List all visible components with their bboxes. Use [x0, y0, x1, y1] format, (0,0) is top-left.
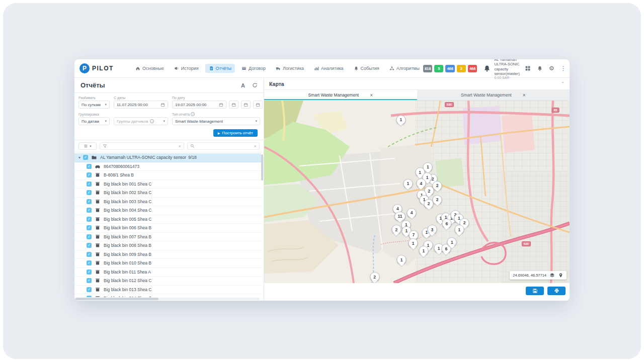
tab-smart-waste-2[interactable]: Smart Waste Management × — [417, 90, 570, 100]
apps-grid-icon[interactable] — [525, 65, 531, 71]
preset-day-button[interactable] — [229, 101, 238, 109]
tree-row[interactable]: ✓ Big black bin 003 Shea C — [74, 198, 261, 207]
cluster-marker[interactable]: 1 — [423, 162, 433, 172]
sensor-groups-select[interactable]: Группы датчиков i ▾ — [114, 117, 168, 125]
grouping-select[interactable]: По датам▾ — [78, 117, 110, 125]
refresh-icon[interactable] — [252, 82, 258, 88]
cluster-marker[interactable]: 1 — [397, 255, 407, 264]
tree-group-row[interactable]: ▼ ✓ AL Yamamah ULTRA-SONIC capacity sens… — [74, 153, 261, 162]
vertical-scrollbar[interactable] — [261, 154, 263, 180]
cluster-marker[interactable]: 2 — [433, 181, 442, 191]
tree-row[interactable]: ✓ Big black bin 004 Shea C — [74, 206, 261, 215]
tab-smart-waste-1[interactable]: Smart Waste Management × — [264, 90, 417, 100]
status-badge[interactable]: 466 — [445, 65, 455, 72]
nav-item-analytics[interactable]: Аналитика — [310, 64, 347, 73]
row-checkbox[interactable]: ✓ — [87, 190, 92, 195]
collapse-panel-icon[interactable]: ⌃ — [561, 81, 565, 86]
cluster-marker[interactable]: 11 — [394, 212, 406, 221]
tree-row[interactable]: ✓ Big black bin 007 Shea B — [74, 233, 261, 242]
chevron-down-icon[interactable]: ▼ — [76, 156, 83, 159]
tree-row[interactable]: ✓ B-808/1 Shea B — [74, 171, 261, 180]
split-select[interactable]: По суткам▾ — [78, 101, 110, 109]
cluster-marker[interactable]: 2 — [391, 225, 401, 234]
group-checkbox[interactable]: ✓ — [83, 155, 88, 160]
cluster-marker[interactable]: 1 — [403, 179, 413, 189]
tree-row[interactable]: ✓ Big black bin 014 Shea C — [74, 294, 261, 297]
row-checkbox[interactable]: ✓ — [87, 182, 92, 187]
row-checkbox[interactable]: ✓ — [87, 164, 92, 169]
row-checkbox[interactable]: ✓ — [87, 278, 92, 283]
cluster-marker[interactable]: 1 — [447, 237, 457, 247]
row-checkbox[interactable]: ✓ — [87, 225, 92, 230]
row-checkbox[interactable]: ✓ — [87, 287, 92, 292]
tree-row[interactable]: ✓ Big black bin 012 Shea C — [74, 277, 261, 286]
close-tab-icon[interactable]: × — [370, 93, 373, 98]
to-date-input[interactable]: 19.07.2025 00:00 — [172, 101, 226, 109]
cluster-marker[interactable]: 2 — [424, 199, 434, 209]
row-checkbox[interactable]: ✓ — [87, 199, 92, 204]
cluster-marker[interactable]: 1 — [396, 115, 406, 125]
cluster-marker[interactable]: 1 — [454, 225, 464, 234]
search-input[interactable]: × — [187, 142, 260, 150]
cluster-marker[interactable]: 4 — [416, 178, 426, 188]
settings-gear-icon[interactable]: ⚙ — [549, 65, 554, 71]
tree-row[interactable]: ✓ Big black bin 009 Shea B — [74, 250, 261, 259]
map-canvas[interactable]: 1 1 1 2 1 1 4 2 2 1 2 1 2 4 4 11 1 2 1 7… — [264, 101, 570, 283]
cluster-marker[interactable]: 4 — [407, 208, 417, 218]
cluster-marker[interactable]: 6 — [442, 219, 451, 228]
tree-row[interactable]: ✓ Big black bin 011 Shea A — [74, 268, 261, 277]
cluster-marker[interactable]: 1 — [409, 238, 418, 248]
tree-row[interactable]: ✓ 864708060061473 — [74, 162, 261, 171]
logo[interactable]: P PILOT — [79, 63, 126, 73]
status-badge[interactable]: 466 — [468, 65, 477, 72]
row-checkbox[interactable]: ✓ — [87, 208, 92, 213]
font-size-icon[interactable]: A — [241, 82, 245, 88]
cluster-marker[interactable]: 2 — [433, 195, 442, 205]
tree-row[interactable]: ✓ Big black bin 006 Shea B — [74, 224, 261, 233]
row-checkbox[interactable]: ✓ — [87, 269, 92, 275]
nav-item-contract[interactable]: Договор — [238, 64, 269, 73]
build-report-button[interactable]: ▶ Построить отчёт — [213, 129, 258, 137]
calendar-icon[interactable] — [160, 103, 165, 107]
status-badge[interactable]: 2 — [457, 65, 466, 72]
row-checkbox[interactable]: ✓ — [87, 252, 92, 257]
calendar-icon[interactable] — [219, 103, 223, 107]
close-tab-icon[interactable]: × — [523, 93, 526, 98]
nav-item-reports[interactable]: Отчёты — [205, 64, 235, 73]
report-type-select[interactable]: Smart Waste Management ▾ — [172, 117, 260, 125]
from-date-input[interactable]: 11.07.2025 00:00 — [114, 101, 168, 109]
status-badge[interactable]: 818 — [423, 65, 433, 72]
nav-item-algorithms[interactable]: Алгоритмы — [386, 64, 423, 73]
filter-input[interactable]: × — [100, 142, 184, 150]
nav-item-logistics[interactable]: Логистика — [272, 64, 307, 73]
cluster-marker[interactable]: 1 — [419, 246, 428, 255]
nav-item-home[interactable]: Основные — [132, 64, 168, 73]
clear-search-icon[interactable]: × — [254, 144, 257, 149]
cluster-marker[interactable]: 3 — [427, 225, 437, 234]
horizontal-scrollbar[interactable] — [75, 298, 260, 300]
print-button[interactable] — [547, 287, 566, 295]
row-checkbox[interactable]: ✓ — [87, 234, 92, 239]
preset-week-button[interactable] — [241, 101, 251, 109]
nav-item-history[interactable]: История — [171, 64, 202, 73]
row-checkbox[interactable]: ✓ — [87, 243, 92, 248]
status-badge[interactable]: 5 — [434, 65, 443, 72]
map-pin-icon[interactable] — [558, 273, 564, 278]
cluster-marker[interactable]: 2 — [370, 272, 379, 282]
tree-row[interactable]: ✓ Big black bin 013 Shea C — [74, 286, 261, 295]
layers-icon[interactable] — [549, 273, 555, 278]
preset-month-button[interactable] — [253, 101, 263, 109]
row-checkbox[interactable]: ✓ — [87, 260, 92, 265]
nav-item-events[interactable]: События — [350, 64, 383, 73]
kebab-menu-icon[interactable]: ⋮ — [560, 65, 567, 71]
tree-row[interactable]: ✓ Big black bin 010 Shea B — [74, 259, 261, 268]
clear-filter-icon[interactable]: × — [178, 144, 181, 149]
tree-row[interactable]: ✓ Big black bin 005 Shea C — [74, 215, 261, 224]
notifications-bell-icon[interactable] — [537, 65, 543, 71]
tree-row[interactable]: ✓ Big black bin 002 Shea C — [74, 189, 261, 198]
account-info[interactable]: AL Yamamah ULTRA-SONIC capacity sensor(m… — [483, 59, 519, 79]
row-checkbox[interactable]: ✓ — [87, 296, 92, 297]
row-checkbox[interactable]: ✓ — [87, 217, 92, 222]
list-view-dropdown[interactable]: ▾ — [78, 142, 97, 150]
save-report-button[interactable] — [526, 287, 544, 295]
